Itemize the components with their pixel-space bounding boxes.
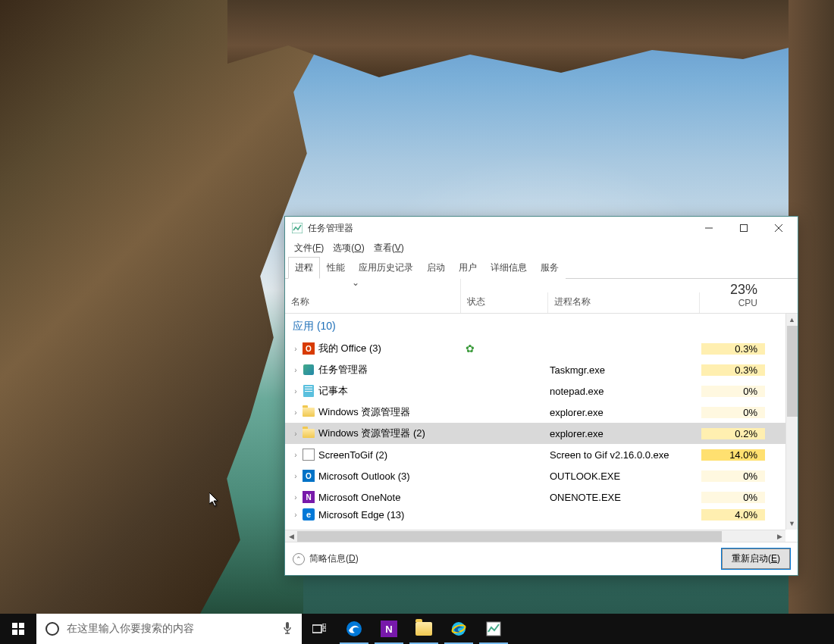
window-footer: ⌃ 简略信息(D) 重新启动(E) xyxy=(285,542,798,575)
process-row[interactable]: › ScreenToGif (2) Screen to Gif v2.16.0.… xyxy=(285,444,785,465)
process-cpu: 0% xyxy=(701,492,765,503)
task-manager-window: 任务管理器 文件(F) 选项(O) 查看(V) 进程 性能 应用历史记录 启动 … xyxy=(284,216,798,576)
process-exe: explorer.exe xyxy=(550,407,701,418)
horizontal-scrollbar[interactable]: ◀ ▶ xyxy=(285,530,785,542)
scroll-down-icon[interactable]: ▼ xyxy=(786,517,798,530)
mouse-cursor-icon xyxy=(209,492,220,508)
process-name: Windows 资源管理器 xyxy=(318,405,462,419)
scroll-left-icon[interactable]: ◀ xyxy=(285,530,297,542)
app-icon xyxy=(302,385,315,397)
restart-button[interactable]: 重新启动(E) xyxy=(722,549,790,569)
app-icon xyxy=(302,406,315,418)
menu-file[interactable]: 文件(F) xyxy=(290,240,328,256)
taskbar-task-manager[interactable] xyxy=(476,614,511,644)
taskbar-explorer[interactable] xyxy=(406,614,441,644)
tab-processes[interactable]: 进程 xyxy=(288,257,320,279)
menu-view[interactable]: 查看(V) xyxy=(369,240,409,256)
svg-rect-6 xyxy=(19,623,24,628)
process-name: Microsoft Outlook (3) xyxy=(318,470,462,482)
tab-performance[interactable]: 性能 xyxy=(320,257,352,279)
process-status: ✿ xyxy=(462,342,550,355)
expand-icon[interactable]: › xyxy=(290,387,302,395)
svg-rect-7 xyxy=(12,630,17,635)
windows-logo-icon xyxy=(12,623,24,635)
search-box[interactable]: 在这里输入你要搜索的内容 xyxy=(36,614,302,644)
app-icon: O xyxy=(302,342,315,355)
process-row[interactable]: › Windows 资源管理器 (2) explorer.exe 0.2% xyxy=(285,423,785,444)
process-row[interactable]: › N Microsoft OneNote ONENOTE.EXE 0% xyxy=(285,486,785,508)
window-controls xyxy=(691,217,796,239)
header-cpu[interactable]: 23% CPU xyxy=(700,279,763,313)
expand-icon[interactable]: › xyxy=(290,366,302,374)
vertical-scrollbar[interactable]: ▲ ▼ xyxy=(785,314,798,530)
process-name: 任务管理器 xyxy=(318,363,462,377)
process-list: 应用 (10) › O 我的 Office (3) ✿ 0.3% › 任务管理器… xyxy=(285,314,785,530)
process-row[interactable]: › Windows 资源管理器 explorer.exe 0% xyxy=(285,402,785,423)
task-view-button[interactable] xyxy=(302,614,337,644)
taskbar-ie[interactable] xyxy=(441,614,476,644)
cpu-total: 23% xyxy=(706,282,757,298)
tab-startup[interactable]: 启动 xyxy=(420,257,452,279)
tab-services[interactable]: 服务 xyxy=(534,257,566,279)
svg-rect-14 xyxy=(323,628,326,631)
process-name: Microsoft OneNote xyxy=(318,492,462,503)
process-exe: notepad.exe xyxy=(550,386,701,397)
process-cpu: 0.3% xyxy=(701,364,765,376)
taskbar-onenote[interactable]: N xyxy=(372,614,406,644)
menu-options[interactable]: 选项(O) xyxy=(328,240,368,256)
process-row[interactable]: › O 我的 Office (3) ✿ 0.3% xyxy=(285,338,785,359)
process-cpu: 0.2% xyxy=(701,428,765,439)
tab-bar: 进程 性能 应用历史记录 启动 用户 详细信息 服务 xyxy=(285,256,798,279)
app-icon xyxy=(302,427,315,439)
fewer-details-button[interactable]: ⌃ 简略信息(D) xyxy=(293,552,359,565)
process-cpu: 0.3% xyxy=(701,343,765,355)
process-name: Windows 资源管理器 (2) xyxy=(318,427,462,440)
scroll-thumb[interactable] xyxy=(787,326,798,417)
scroll-up-icon[interactable]: ▲ xyxy=(786,314,798,326)
expand-icon[interactable]: › xyxy=(290,511,302,519)
expand-icon[interactable]: › xyxy=(290,430,302,438)
window-title: 任务管理器 xyxy=(308,222,691,235)
svg-point-15 xyxy=(346,621,362,636)
svg-rect-13 xyxy=(323,624,326,627)
wallpaper-rock-left xyxy=(0,0,334,614)
tab-users[interactable]: 用户 xyxy=(452,257,484,279)
svg-rect-2 xyxy=(741,225,748,232)
scroll-thumb[interactable] xyxy=(297,531,722,542)
process-cpu: 0% xyxy=(701,407,765,418)
taskbar-edge[interactable] xyxy=(337,614,372,644)
search-placeholder: 在这里输入你要搜索的内容 xyxy=(67,622,194,636)
process-exe: explorer.exe xyxy=(550,428,701,439)
expand-icon[interactable]: › xyxy=(290,345,302,353)
process-name: 记事本 xyxy=(318,384,462,398)
header-status[interactable]: 状态 xyxy=(461,292,548,313)
start-button[interactable] xyxy=(0,614,36,644)
titlebar[interactable]: 任务管理器 xyxy=(285,217,798,239)
process-name: ScreenToGif (2) xyxy=(318,449,462,461)
process-row[interactable]: › e Microsoft Edge (13) 4.0% xyxy=(285,508,785,521)
group-apps[interactable]: 应用 (10) xyxy=(285,314,785,338)
svg-rect-5 xyxy=(12,623,17,628)
tab-app-history[interactable]: 应用历史记录 xyxy=(352,257,420,279)
menubar: 文件(F) 选项(O) 查看(V) xyxy=(285,239,798,256)
expand-icon[interactable]: › xyxy=(290,493,302,502)
tab-details[interactable]: 详细信息 xyxy=(484,257,534,279)
process-row[interactable]: › 记事本 notepad.exe 0% xyxy=(285,380,785,402)
column-headers: ⌄ 名称 状态 进程名称 23% CPU xyxy=(285,279,798,314)
taskbar: 在这里输入你要搜索的内容 N xyxy=(0,614,834,644)
process-row[interactable]: › O Microsoft Outlook (3) OUTLOOK.EXE 0% xyxy=(285,465,785,486)
app-icon: e xyxy=(302,508,315,521)
maximize-button[interactable] xyxy=(726,217,761,239)
process-row[interactable]: › 任务管理器 Taskmgr.exe 0.3% xyxy=(285,359,785,380)
svg-rect-9 xyxy=(286,622,289,629)
expand-icon[interactable]: › xyxy=(290,451,302,459)
expand-icon[interactable]: › xyxy=(290,472,302,480)
process-list-container: 应用 (10) › O 我的 Office (3) ✿ 0.3% › 任务管理器… xyxy=(285,314,798,542)
close-button[interactable] xyxy=(761,217,796,239)
microphone-icon[interactable] xyxy=(282,621,293,637)
scroll-right-icon[interactable]: ▶ xyxy=(773,530,785,542)
expand-icon[interactable]: › xyxy=(290,408,302,417)
header-name[interactable]: ⌄ 名称 xyxy=(285,274,461,313)
header-process-name[interactable]: 进程名称 xyxy=(548,292,700,313)
minimize-button[interactable] xyxy=(691,217,726,239)
